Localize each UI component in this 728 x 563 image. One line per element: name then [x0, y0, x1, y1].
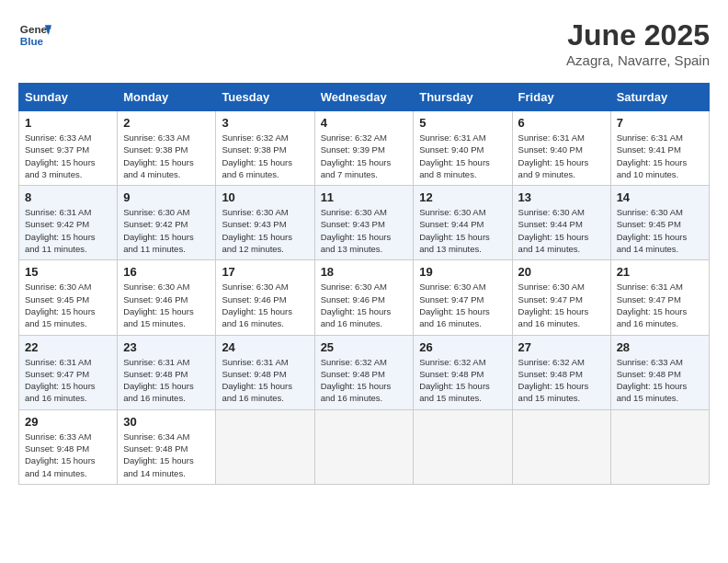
calendar-cell — [414, 409, 512, 484]
weekday-header-wednesday: Wednesday — [314, 84, 414, 111]
calendar-week-row: 22Sunrise: 6:31 AM Sunset: 9:47 PM Dayli… — [19, 335, 710, 409]
calendar-cell: 12Sunrise: 6:30 AM Sunset: 9:44 PM Dayli… — [414, 186, 512, 260]
day-number: 18 — [321, 265, 408, 279]
day-info: Sunrise: 6:31 AM Sunset: 9:47 PM Dayligh… — [617, 281, 703, 329]
calendar-cell: 21Sunrise: 6:31 AM Sunset: 9:47 PM Dayli… — [610, 260, 709, 335]
day-info: Sunrise: 6:33 AM Sunset: 9:48 PM Dayligh… — [25, 431, 111, 479]
day-info: Sunrise: 6:32 AM Sunset: 9:48 PM Dayligh… — [321, 356, 408, 405]
calendar-cell: 5Sunrise: 6:31 AM Sunset: 9:40 PM Daylig… — [414, 111, 512, 186]
weekday-header-sunday: Sunday — [19, 84, 118, 111]
day-number: 12 — [419, 190, 506, 204]
day-info: Sunrise: 6:33 AM Sunset: 9:38 PM Dayligh… — [123, 132, 210, 180]
day-number: 29 — [25, 415, 111, 429]
day-info: Sunrise: 6:30 AM Sunset: 9:45 PM Dayligh… — [25, 281, 111, 329]
day-number: 1 — [25, 116, 111, 130]
day-info: Sunrise: 6:30 AM Sunset: 9:43 PM Dayligh… — [222, 206, 308, 255]
calendar-cell: 2Sunrise: 6:33 AM Sunset: 9:38 PM Daylig… — [118, 111, 216, 186]
calendar-cell: 22Sunrise: 6:31 AM Sunset: 9:47 PM Dayli… — [19, 335, 118, 409]
day-info: Sunrise: 6:31 AM Sunset: 9:40 PM Dayligh… — [518, 132, 605, 180]
calendar-week-row: 15Sunrise: 6:30 AM Sunset: 9:45 PM Dayli… — [19, 260, 710, 335]
calendar-cell: 10Sunrise: 6:30 AM Sunset: 9:43 PM Dayli… — [216, 186, 314, 260]
calendar-cell: 19Sunrise: 6:30 AM Sunset: 9:47 PM Dayli… — [414, 260, 512, 335]
calendar-cell: 28Sunrise: 6:33 AM Sunset: 9:48 PM Dayli… — [610, 335, 709, 409]
day-info: Sunrise: 6:30 AM Sunset: 9:45 PM Dayligh… — [617, 206, 703, 255]
day-info: Sunrise: 6:31 AM Sunset: 9:40 PM Dayligh… — [419, 132, 506, 180]
day-info: Sunrise: 6:32 AM Sunset: 9:48 PM Dayligh… — [518, 356, 605, 405]
day-number: 6 — [518, 116, 605, 130]
day-number: 9 — [123, 190, 210, 204]
day-number: 3 — [222, 116, 308, 130]
day-info: Sunrise: 6:33 AM Sunset: 9:37 PM Dayligh… — [25, 132, 111, 180]
title-block: June 2025 Azagra, Navarre, Spain — [566, 18, 710, 68]
calendar-week-row: 29Sunrise: 6:33 AM Sunset: 9:48 PM Dayli… — [19, 409, 710, 484]
day-number: 7 — [617, 116, 703, 130]
day-number: 4 — [321, 116, 408, 130]
day-info: Sunrise: 6:30 AM Sunset: 9:44 PM Dayligh… — [518, 206, 605, 255]
calendar-cell: 11Sunrise: 6:30 AM Sunset: 9:43 PM Dayli… — [314, 186, 414, 260]
calendar-cell: 7Sunrise: 6:31 AM Sunset: 9:41 PM Daylig… — [610, 111, 709, 186]
weekday-header-saturday: Saturday — [610, 84, 709, 111]
calendar-cell: 9Sunrise: 6:30 AM Sunset: 9:42 PM Daylig… — [118, 186, 216, 260]
day-number: 21 — [617, 265, 703, 279]
day-number: 28 — [617, 340, 703, 354]
weekday-header-monday: Monday — [118, 84, 216, 111]
calendar-cell: 3Sunrise: 6:32 AM Sunset: 9:38 PM Daylig… — [216, 111, 314, 186]
calendar-cell: 14Sunrise: 6:30 AM Sunset: 9:45 PM Dayli… — [610, 186, 709, 260]
day-number: 15 — [25, 265, 111, 279]
calendar-cell: 29Sunrise: 6:33 AM Sunset: 9:48 PM Dayli… — [19, 409, 118, 484]
day-info: Sunrise: 6:30 AM Sunset: 9:46 PM Dayligh… — [222, 281, 308, 329]
logo: General Blue — [18, 18, 51, 52]
day-number: 25 — [321, 340, 408, 354]
day-number: 23 — [123, 340, 210, 354]
day-info: Sunrise: 6:32 AM Sunset: 9:48 PM Dayligh… — [419, 356, 506, 405]
day-number: 26 — [419, 340, 506, 354]
calendar-cell: 20Sunrise: 6:30 AM Sunset: 9:47 PM Dayli… — [512, 260, 610, 335]
day-info: Sunrise: 6:31 AM Sunset: 9:41 PM Dayligh… — [617, 132, 703, 180]
calendar-cell: 8Sunrise: 6:31 AM Sunset: 9:42 PM Daylig… — [19, 186, 118, 260]
calendar-cell: 26Sunrise: 6:32 AM Sunset: 9:48 PM Dayli… — [414, 335, 512, 409]
calendar-week-row: 8Sunrise: 6:31 AM Sunset: 9:42 PM Daylig… — [19, 186, 710, 260]
calendar-cell: 17Sunrise: 6:30 AM Sunset: 9:46 PM Dayli… — [216, 260, 314, 335]
day-number: 8 — [25, 190, 111, 204]
day-info: Sunrise: 6:31 AM Sunset: 9:47 PM Dayligh… — [25, 356, 111, 405]
calendar-cell: 6Sunrise: 6:31 AM Sunset: 9:40 PM Daylig… — [512, 111, 610, 186]
weekday-header-friday: Friday — [512, 84, 610, 111]
calendar-cell: 15Sunrise: 6:30 AM Sunset: 9:45 PM Dayli… — [19, 260, 118, 335]
day-number: 13 — [518, 190, 605, 204]
day-info: Sunrise: 6:30 AM Sunset: 9:47 PM Dayligh… — [419, 281, 506, 329]
day-number: 17 — [222, 265, 308, 279]
calendar-cell: 16Sunrise: 6:30 AM Sunset: 9:46 PM Dayli… — [118, 260, 216, 335]
weekday-header-thursday: Thursday — [414, 84, 512, 111]
calendar-table: SundayMondayTuesdayWednesdayThursdayFrid… — [18, 83, 710, 485]
day-info: Sunrise: 6:32 AM Sunset: 9:39 PM Dayligh… — [321, 132, 408, 180]
calendar-cell: 25Sunrise: 6:32 AM Sunset: 9:48 PM Dayli… — [314, 335, 414, 409]
main-title: June 2025 — [566, 18, 710, 52]
day-info: Sunrise: 6:30 AM Sunset: 9:42 PM Dayligh… — [123, 206, 210, 255]
calendar-cell: 27Sunrise: 6:32 AM Sunset: 9:48 PM Dayli… — [512, 335, 610, 409]
day-info: Sunrise: 6:34 AM Sunset: 9:48 PM Dayligh… — [123, 431, 210, 479]
day-info: Sunrise: 6:30 AM Sunset: 9:46 PM Dayligh… — [321, 281, 408, 329]
day-info: Sunrise: 6:30 AM Sunset: 9:43 PM Dayligh… — [321, 206, 408, 255]
day-info: Sunrise: 6:33 AM Sunset: 9:48 PM Dayligh… — [617, 356, 703, 405]
calendar-cell: 18Sunrise: 6:30 AM Sunset: 9:46 PM Dayli… — [314, 260, 414, 335]
day-number: 30 — [123, 415, 210, 429]
calendar-header-row: SundayMondayTuesdayWednesdayThursdayFrid… — [19, 84, 710, 111]
calendar-cell: 13Sunrise: 6:30 AM Sunset: 9:44 PM Dayli… — [512, 186, 610, 260]
day-number: 20 — [518, 265, 605, 279]
subtitle: Azagra, Navarre, Spain — [566, 52, 710, 68]
svg-text:Blue: Blue — [20, 35, 44, 47]
calendar-week-row: 1Sunrise: 6:33 AM Sunset: 9:37 PM Daylig… — [19, 111, 710, 186]
calendar-cell: 23Sunrise: 6:31 AM Sunset: 9:48 PM Dayli… — [118, 335, 216, 409]
day-info: Sunrise: 6:31 AM Sunset: 9:48 PM Dayligh… — [123, 356, 210, 405]
day-number: 16 — [123, 265, 210, 279]
day-info: Sunrise: 6:31 AM Sunset: 9:48 PM Dayligh… — [222, 356, 308, 405]
page-header: General Blue June 2025 Azagra, Navarre, … — [18, 18, 710, 68]
calendar-cell: 1Sunrise: 6:33 AM Sunset: 9:37 PM Daylig… — [19, 111, 118, 186]
calendar-cell — [610, 409, 709, 484]
day-number: 19 — [419, 265, 506, 279]
day-info: Sunrise: 6:30 AM Sunset: 9:44 PM Dayligh… — [419, 206, 506, 255]
day-number: 5 — [419, 116, 506, 130]
calendar-cell: 30Sunrise: 6:34 AM Sunset: 9:48 PM Dayli… — [118, 409, 216, 484]
day-number: 11 — [321, 190, 408, 204]
calendar-cell — [512, 409, 610, 484]
